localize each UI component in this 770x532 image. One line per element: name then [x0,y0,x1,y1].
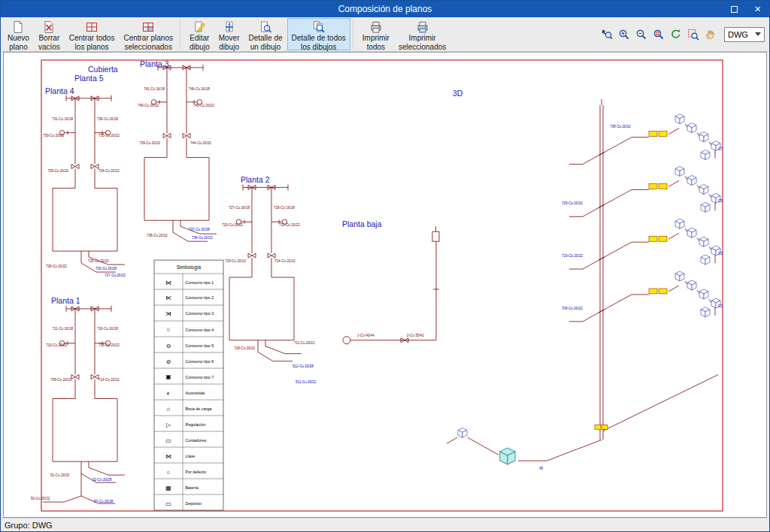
pipe-label: 730-Cu 20/22 [43,134,64,138]
planta-baja-drawing [343,226,439,343]
pipe-label: 1-Cu 40/44 [357,334,374,337]
detail-all-icon [312,20,326,34]
legend-label: Boca de carga [186,407,212,411]
plan-label: Planta baja [342,220,382,228]
pipe-label: 744-Cu 20/22 [190,141,211,145]
view-tools: DWG [599,18,767,50]
pipe-label: 731-Cu 16/18 [52,117,73,121]
chevron-down-icon [755,32,761,36]
legend-label: Consumo tipo 3 [186,312,214,316]
pipe-label: 512-Cu 20/28 [293,364,314,368]
center-all-icon [85,20,99,34]
status-bar: Grupo: DWG [1,518,769,531]
zoom-out-button[interactable] [633,26,649,42]
pipe-label: 737-Cu 20/28 [189,228,210,231]
pipe-label: C5 [718,199,723,203]
status-text: Grupo: DWG [5,521,53,530]
pipe-label: 714-Cu 20/22 [274,259,296,263]
pipe-label: 718-Cu 16/18 [274,206,295,210]
maximize-button[interactable] [723,1,746,17]
pipe-label: 51-Cu 20/22 [50,473,70,477]
drawing-canvas[interactable]: Simbología ⋈Consumo tipo 1⋉Consumo tipo … [3,52,767,518]
legend-symbol: ⊖ [166,343,171,349]
legend-label: Consumo tipo 1 [186,280,214,285]
toolbar-button-nuevo-plano[interactable]: Nuevoplano [3,18,34,50]
title-bar[interactable]: Composición de planos ✕ [1,1,769,17]
zoom-window-button[interactable] [685,26,701,42]
legend-symbol: ⋉ [165,295,171,302]
legend-symbol: ▭ [165,500,171,507]
legend-label: Acometida [186,391,205,395]
edit-drawing-icon [192,20,206,34]
legend-symbol: ⋊ [165,311,171,318]
pipe-labels: 731-Cu 16/18736-Cu 16/18730-Cu 20/22735-… [31,87,723,503]
pipe-label: 715-Cu 20/22 [279,223,300,227]
pipe-label: 711-Cu 20/22 [294,341,315,345]
toolbar-button-borrar-vacios[interactable]: Borrarvacíos [34,18,65,50]
window-title: Composición de planos [47,4,723,14]
detail-one-icon [259,20,272,34]
redraw-icon [670,29,682,41]
legend-symbol: ○ [167,327,171,334]
pipe-label: 716-Cu 16/18 [97,327,118,331]
legend-symbol: ▣ [165,374,171,381]
legend-label: Depósito [186,501,202,506]
toolbar-button-centrar-seleccionados[interactable]: Centrar planosseleccionados [119,18,177,50]
pipe-label: 57-Cu 20/28 [94,500,114,503]
toolbar-separator [353,20,356,49]
pipe-label: 715-Cu 20/22 [99,343,120,347]
plan-label: Cubierta [88,65,118,74]
legend-symbol: ○ [167,469,171,476]
pipe-label: 734-Cu 20/22 [99,169,120,173]
pipe-label: 710-Cu 20/22 [46,343,67,347]
toolbar-button-imprimir-todos[interactable]: Imprimirtodos [358,18,394,50]
riser-planta-2 [229,184,302,361]
format-select[interactable]: DWG [724,27,765,42]
erase-empty-icon [42,20,56,34]
move-drawing-icon [223,20,236,34]
zoom-in-icon [618,29,630,41]
close-button[interactable]: ✕ [746,1,769,17]
pipe-label: 709-Cu 20/22 [50,378,71,382]
new-page-icon [11,20,25,34]
zoom-select-button[interactable] [599,26,614,42]
pipe-label: 52-Cu 20/28 [92,478,112,482]
pipe-label: 727-Cu 16/18 [229,206,250,210]
pipe-label: 738-Cu 20/22 [147,234,168,237]
legend-label: Consumo tipo 5 [186,343,214,348]
toolbar-button-mover-dibujo[interactable]: Moverdibujo [214,18,244,50]
toolbar-button-centrar-todos[interactable]: Centrar todoslos planos [65,18,120,50]
pipe-label: 735-Cu 20/22 [99,134,120,138]
toolbar-button-editar-dibujo[interactable]: Editardibujo [185,18,214,50]
toolbar-button-detalle-todos[interactable]: Detalle de todoslos dibujos [287,18,350,50]
legend-table: Simbología ⋈Consumo tipo 1⋉Consumo tipo … [154,260,223,510]
pipe-label: 720-Cu 20/22 [222,223,243,227]
pipe-label: 736-Cu 16/18 [97,117,118,121]
pipe-label: 739-Cu 20/22 [139,141,160,145]
pan-button[interactable] [702,26,718,42]
print-all-icon [369,20,383,34]
toolbar-separator [180,20,183,49]
maximize-icon [731,6,738,13]
riser-planta-3 [144,65,217,241]
legend-symbol: ⋈ [165,453,171,460]
tank-cube [500,448,515,464]
zoom-in-button[interactable] [616,26,632,42]
legend-symbol: ⋈ [165,280,171,286]
legend-title: Simbología [177,264,202,271]
legend-label: Llave [186,454,196,458]
toolbar-button-imprimir-seleccionados[interactable]: Imprimirseleccionados [394,18,450,50]
zoom-extents-button[interactable] [650,26,666,42]
redraw-button[interactable] [668,26,684,42]
legend-label: Consumo tipo 4 [186,328,214,332]
pipe-label: 511-Cu 20/22 [296,380,317,384]
riser-planta-4 [53,95,125,272]
pipe-label: 745-Cu 20/22 [193,104,214,107]
pipe-label: 741-Cu 16/18 [144,87,165,91]
pipe-label: 746-Cu 16/18 [189,87,210,91]
zoom-window-icon [687,29,699,41]
pipe-label: 50-Cu 20/22 [31,497,50,500]
legend-label: Regulación [186,422,206,427]
pipe-label: 738-Cu 20/22 [610,125,631,128]
toolbar-button-detalle-un-dibujo[interactable]: Detalle deun dibujo [244,18,287,50]
